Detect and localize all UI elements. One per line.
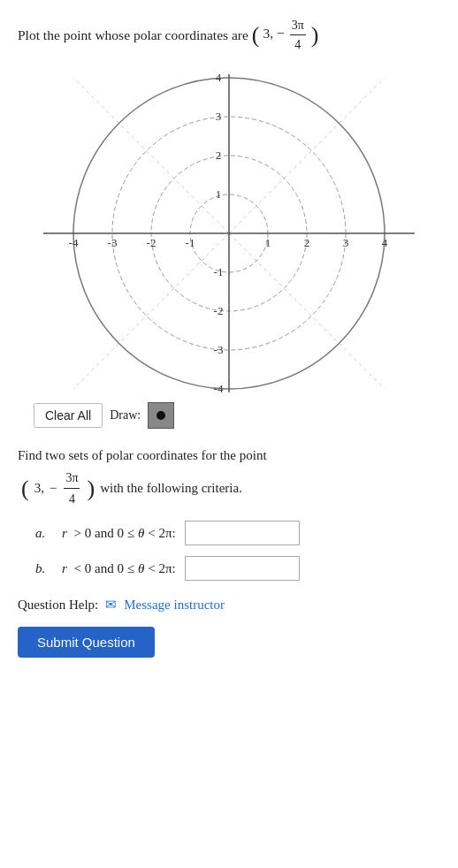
svg-text:-2: -2: [214, 304, 224, 317]
question-a-text: r > 0 and 0 ≤ θ < 2π:: [62, 526, 176, 541]
fraction-denominator: 4: [293, 35, 302, 54]
find-point-fraction: 3π 4: [64, 468, 80, 511]
svg-text:1: 1: [265, 236, 271, 249]
point-theta-sign: −: [277, 26, 285, 41]
point-fraction: 3π 4: [290, 16, 306, 54]
polar-graph-svg: 1 2 3 4 -1 -2 -3 -4 1 2 3 4 -1 -2 -3 -4: [34, 61, 424, 397]
find-point-r: 3,: [34, 477, 44, 500]
question-help-label: Question Help:: [18, 598, 98, 613]
message-instructor-link[interactable]: Message instructor: [124, 598, 225, 613]
find-fraction-num: 3π: [64, 468, 80, 490]
find-section: Find two sets of polar coordinates for t…: [18, 445, 440, 510]
question-a-row: a. r > 0 and 0 ≤ θ < 2π:: [35, 521, 440, 545]
question-b-text: r < 0 and 0 ≤ θ < 2π:: [62, 561, 176, 576]
polar-graph: 1 2 3 4 -1 -2 -3 -4 1 2 3 4 -1 -2 -3 -4: [34, 61, 424, 397]
svg-text:-4: -4: [214, 382, 224, 395]
question-b-row: b. r < 0 and 0 ≤ θ < 2π:: [35, 556, 440, 581]
svg-text:-1: -1: [186, 236, 195, 249]
submit-button[interactable]: Submit Question: [18, 627, 155, 658]
svg-text:-2: -2: [147, 236, 156, 249]
point-r: 3,: [263, 26, 274, 41]
clear-all-button[interactable]: Clear All: [34, 403, 103, 428]
question-a-label: a.: [35, 526, 53, 541]
svg-text:3: 3: [216, 110, 222, 123]
svg-text:2: 2: [304, 236, 310, 249]
answer-a-input[interactable]: [185, 521, 300, 545]
svg-text:1: 1: [216, 187, 222, 201]
problem-text: Plot the point whose polar coordinates a…: [18, 25, 248, 45]
dot-icon: [156, 411, 165, 420]
mail-icon: ✉: [105, 597, 117, 613]
problem-statement: Plot the point whose polar coordinates a…: [18, 16, 440, 54]
draw-tool-selector[interactable]: [148, 402, 174, 429]
question-b-label: b.: [35, 561, 53, 576]
svg-text:4: 4: [216, 71, 222, 84]
question-help-row: Question Help: ✉ Message instructor: [18, 597, 440, 613]
svg-text:-4: -4: [69, 236, 79, 249]
find-line1: Find two sets of polar coordinates for t…: [18, 445, 440, 468]
svg-text:-3: -3: [108, 236, 118, 249]
fraction-numerator: 3π: [290, 16, 306, 35]
controls-row: Clear All Draw:: [34, 402, 440, 429]
svg-text:4: 4: [382, 236, 388, 249]
svg-text:2: 2: [216, 148, 222, 162]
draw-label: Draw:: [110, 408, 141, 423]
svg-text:-3: -3: [214, 343, 224, 356]
svg-text:3: 3: [343, 236, 349, 249]
find-fraction-den: 4: [67, 489, 77, 510]
find-point: ( 3, − 3π 4 ) with the following criteri…: [21, 468, 440, 511]
find-point-sign: −: [50, 477, 57, 500]
svg-text:-1: -1: [214, 265, 224, 278]
answer-b-input[interactable]: [185, 556, 300, 581]
find-line2: with the following criteria.: [100, 477, 242, 500]
